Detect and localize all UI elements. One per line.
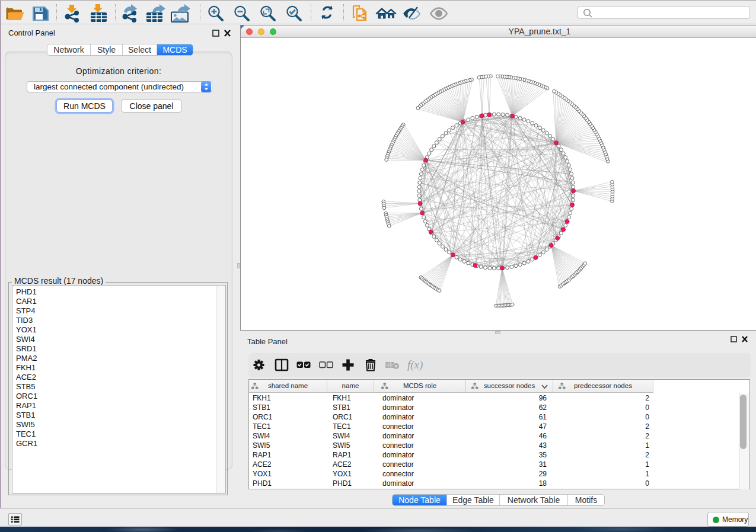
svg-text:f(x): f(x) [407,358,423,371]
